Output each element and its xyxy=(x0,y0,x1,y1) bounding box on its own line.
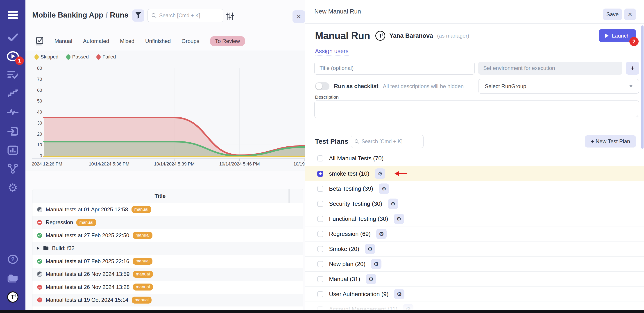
plan-settings-gear-icon[interactable]: ⚙ xyxy=(375,168,385,179)
bottom-black-bar xyxy=(0,310,644,313)
tab-unfinished[interactable]: Unfinished xyxy=(145,38,171,44)
panel-close-button[interactable]: ✕ xyxy=(292,10,305,23)
plan-checkbox[interactable] xyxy=(317,276,323,282)
breadcrumb-project[interactable]: Mobile Banking App xyxy=(32,11,103,19)
run-type-badge: manual xyxy=(76,219,96,226)
plan-settings-gear-icon[interactable]: ⚙ xyxy=(394,289,404,299)
run-type-badge: manual xyxy=(132,206,151,213)
analytics-icon[interactable] xyxy=(0,142,26,158)
plan-checkbox[interactable] xyxy=(317,246,323,252)
plan-checkbox[interactable] xyxy=(317,186,323,192)
plan-settings-gear-icon[interactable]: ⚙ xyxy=(379,183,389,194)
display-settings-button[interactable] xyxy=(226,12,234,21)
save-button[interactable]: Save xyxy=(603,8,622,20)
tab-mixed[interactable]: Mixed xyxy=(120,38,134,44)
test-plans-search-input[interactable] xyxy=(362,139,420,145)
test-plan-row[interactable]: Smoke (20)⚙ xyxy=(305,241,644,256)
new-test-plan-button[interactable]: + New Test Plan xyxy=(585,135,636,148)
plan-settings-gear-icon[interactable]: ⚙ xyxy=(366,274,376,284)
plan-label: New plan (20) xyxy=(329,261,366,268)
checklist-hint: All test descriptions will be hidden xyxy=(383,83,464,90)
run-row[interactable]: Manual tests at 19 Oct 2024 15:14manual xyxy=(32,294,303,307)
checkbox-list-icon[interactable] xyxy=(36,36,44,46)
close-button[interactable]: ✕ xyxy=(624,8,636,20)
test-plan-row[interactable]: All Manual Tests (70) xyxy=(305,151,644,166)
tasks-check-icon[interactable] xyxy=(0,29,26,45)
status-partial-icon xyxy=(37,207,42,212)
assign-users-link[interactable]: Assign users xyxy=(315,48,348,56)
rungroup-select[interactable]: Select RunGroup xyxy=(478,79,639,94)
manager-avatar[interactable]: T xyxy=(375,31,385,41)
tab-automated[interactable]: Automated xyxy=(83,38,109,44)
import-icon[interactable] xyxy=(0,124,26,139)
plan-settings-gear-icon[interactable]: ⚙ xyxy=(394,214,404,224)
run-type-badge: manual xyxy=(133,258,152,265)
plan-checkbox-checked[interactable] xyxy=(317,171,323,177)
run-type-badge: manual xyxy=(133,271,153,278)
help-icon[interactable]: ? xyxy=(0,251,26,267)
description-textarea[interactable] xyxy=(314,100,639,118)
plan-checkbox[interactable] xyxy=(317,291,323,297)
run-row[interactable]: Manual tests at 26 Nov 2024 13:28manual xyxy=(32,281,303,294)
list-check-icon[interactable] xyxy=(0,67,26,83)
filter-button[interactable] xyxy=(132,9,144,21)
plan-settings-gear-icon[interactable]: ⚙ xyxy=(371,259,382,269)
legend-item-failed[interactable]: Failed xyxy=(96,54,116,60)
run-title-input[interactable] xyxy=(314,62,475,75)
run-row[interactable]: Manual tests at 07 Feb 2025 22:16manual xyxy=(32,255,303,268)
plan-label: Functional Testing (30) xyxy=(329,215,388,222)
tab-to-review[interactable]: To Review xyxy=(210,36,245,46)
run-type-badge: manual xyxy=(133,232,152,239)
test-plans-search[interactable] xyxy=(351,135,424,148)
pulse-icon[interactable] xyxy=(0,104,26,120)
test-plan-list: All Manual Tests (70)smoke test (10)⚙Bet… xyxy=(305,151,644,313)
test-plan-row[interactable]: Manual (31)⚙ xyxy=(305,271,644,287)
plan-label: Manual (31) xyxy=(329,276,360,283)
test-plan-row[interactable]: smoke test (10)⚙ xyxy=(305,166,644,181)
plan-settings-gear-icon[interactable]: ⚙ xyxy=(365,244,375,254)
plan-checkbox[interactable] xyxy=(317,201,323,207)
tab-manual[interactable]: Manual xyxy=(54,38,72,44)
column-divider[interactable] xyxy=(288,189,290,203)
launch-button[interactable]: Launch 2 xyxy=(599,29,636,42)
legend-item-skipped[interactable]: Skipped xyxy=(34,54,58,60)
account-logo-avatar[interactable]: T xyxy=(0,289,26,305)
run-row[interactable]: Manual tests at 01 Apr 2025 12:58manual xyxy=(32,203,303,216)
plan-checkbox[interactable] xyxy=(317,155,323,161)
test-plan-row[interactable]: Beta Testing (39)⚙ xyxy=(305,181,644,196)
plan-checkbox[interactable] xyxy=(317,216,323,222)
plan-label: smoke test (10) xyxy=(329,170,369,177)
environment-input[interactable] xyxy=(478,62,622,75)
funnel-icon xyxy=(135,12,141,19)
steps-icon[interactable] xyxy=(0,86,26,101)
plan-checkbox[interactable] xyxy=(317,261,323,267)
test-plan-row[interactable]: Functional Testing (30)⚙ xyxy=(305,211,644,226)
branch-icon[interactable] xyxy=(0,161,26,176)
test-plan-row[interactable]: Regression (69)⚙ xyxy=(305,226,644,241)
runs-search[interactable] xyxy=(148,9,223,22)
tabs: ManualAutomatedMixedUnfinishedGroupsTo R… xyxy=(54,36,245,46)
test-plan-row[interactable]: User Authentication (9)⚙ xyxy=(305,287,644,302)
vertical-scrollbar[interactable] xyxy=(641,25,644,149)
test-plan-row[interactable]: New plan (20)⚙ xyxy=(305,256,644,271)
menu-icon[interactable] xyxy=(0,7,26,23)
settings-gear-icon[interactable]: ⚙ xyxy=(0,180,26,196)
projects-folder-icon[interactable] xyxy=(0,270,26,286)
plan-settings-gear-icon[interactable]: ⚙ xyxy=(388,198,398,209)
plan-settings-gear-icon[interactable]: ⚙ xyxy=(376,229,387,239)
svg-text:40: 40 xyxy=(37,110,42,115)
run-as-checklist-toggle[interactable] xyxy=(315,82,330,90)
legend-item-passed[interactable]: Passed xyxy=(66,54,89,60)
add-environment-button[interactable]: + xyxy=(626,62,639,75)
test-plan-row[interactable]: Security Testing (30)⚙ xyxy=(305,196,644,211)
svg-text:10/14/2024 5:36 PM: 10/14/2024 5:36 PM xyxy=(89,161,129,166)
svg-text:80: 80 xyxy=(37,66,42,71)
run-row[interactable]: Manual tests at 26 Nov 2024 13:59manual xyxy=(32,268,303,281)
tab-groups[interactable]: Groups xyxy=(182,38,199,44)
expand-caret-icon[interactable] xyxy=(37,247,40,250)
plan-checkbox[interactable] xyxy=(317,231,323,237)
runs-search-input[interactable] xyxy=(159,12,220,19)
run-row[interactable]: Build: f32 xyxy=(32,242,303,255)
run-row[interactable]: Manual tests at 27 Feb 2025 22:50manual xyxy=(32,229,303,242)
run-row[interactable]: Regressionmanual xyxy=(32,216,303,229)
